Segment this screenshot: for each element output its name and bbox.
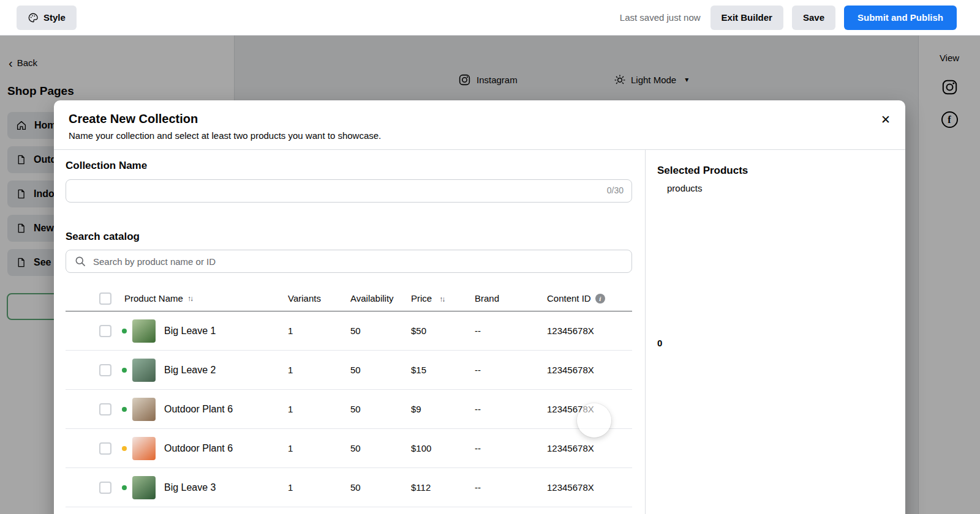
column-price-label: Price bbox=[411, 293, 432, 304]
top-toolbar: Style Last saved just now Exit Builder S… bbox=[0, 0, 980, 35]
column-variants: Variants bbox=[285, 293, 348, 304]
search-catalog-heading: Search catalog bbox=[66, 231, 632, 243]
column-content-id-label: Content ID bbox=[547, 293, 591, 304]
modal-header: Create New Collection Name your collecti… bbox=[54, 100, 905, 149]
save-button[interactable]: Save bbox=[792, 6, 835, 30]
product-image bbox=[132, 319, 156, 343]
product-name: Big Leave 2 bbox=[164, 365, 216, 376]
column-product-name: Product Name bbox=[124, 293, 183, 304]
cell-variants: 1 bbox=[285, 326, 348, 336]
info-icon[interactable]: i bbox=[595, 294, 605, 304]
row-checkbox[interactable] bbox=[99, 442, 111, 455]
cell-availability: 50 bbox=[348, 443, 411, 453]
table-row: Outdoor Plant 6 1 50 $100 -- 12345678X bbox=[66, 429, 632, 468]
product-name: Big Leave 3 bbox=[164, 482, 216, 493]
style-button[interactable]: Style bbox=[17, 6, 77, 30]
cell-price: $9 bbox=[411, 404, 473, 414]
submit-and-publish-button[interactable]: Submit and Publish bbox=[844, 6, 957, 30]
palette-icon bbox=[28, 12, 39, 23]
cell-variants: 1 bbox=[285, 482, 348, 493]
cell-content-id: 12345678X bbox=[545, 404, 632, 414]
selected-count: 0 bbox=[657, 338, 662, 348]
cell-brand: -- bbox=[473, 326, 545, 336]
search-icon bbox=[74, 255, 86, 267]
sort-icon[interactable]: ↑↓ bbox=[187, 294, 192, 303]
cell-content-id: 12345678X bbox=[545, 365, 632, 375]
create-collection-modal: Create New Collection Name your collecti… bbox=[54, 100, 905, 514]
product-image bbox=[132, 476, 156, 499]
style-button-label: Style bbox=[43, 12, 66, 23]
product-name: Big Leave 1 bbox=[164, 326, 216, 337]
product-image bbox=[132, 359, 156, 382]
product-image bbox=[132, 398, 156, 421]
table-row: Big Leave 3 1 50 $112 -- 12345678X bbox=[66, 468, 632, 507]
cell-price: $100 bbox=[411, 443, 473, 453]
column-content-id: Content ID i bbox=[545, 293, 632, 304]
cell-variants: 1 bbox=[285, 443, 348, 453]
catalog-pane: Collection Name 0/30 Search catalog bbox=[54, 150, 645, 514]
availability-dot bbox=[122, 485, 127, 490]
availability-dot bbox=[122, 446, 127, 451]
availability-dot bbox=[122, 407, 127, 412]
cell-price: $15 bbox=[411, 365, 473, 375]
cell-availability: 50 bbox=[348, 326, 411, 336]
row-checkbox[interactable] bbox=[99, 403, 111, 415]
last-saved-status: Last saved just now bbox=[620, 12, 701, 23]
modal-content: Collection Name 0/30 Search catalog bbox=[54, 149, 905, 514]
cell-content-id: 12345678X bbox=[545, 482, 632, 493]
availability-dot bbox=[122, 368, 127, 373]
table-row: Big Leave 1 1 50 $50 -- 12345678X bbox=[66, 311, 632, 351]
cell-variants: 1 bbox=[285, 404, 348, 414]
cell-price: $50 bbox=[411, 326, 473, 336]
availability-dot bbox=[122, 329, 127, 333]
table-row: Outdoor Plant 6 1 50 $9 -- 12345678X bbox=[66, 390, 632, 429]
product-image bbox=[132, 437, 156, 460]
row-checkbox[interactable] bbox=[99, 325, 111, 337]
selected-products-heading: Selected Products bbox=[657, 165, 894, 177]
sort-icon[interactable]: ↑↓ bbox=[439, 295, 444, 304]
column-brand: Brand bbox=[473, 293, 545, 304]
cell-brand: -- bbox=[473, 443, 545, 453]
collection-name-label: Collection Name bbox=[66, 160, 632, 172]
cell-availability: 50 bbox=[348, 482, 411, 493]
cell-content-id: 12345678X bbox=[545, 326, 632, 336]
app-body: ‹ Back Shop Pages Hom Outd Indo N bbox=[0, 35, 980, 514]
cell-availability: 50 bbox=[348, 404, 411, 414]
product-name: Outdoor Plant 6 bbox=[164, 404, 233, 415]
collection-name-input[interactable] bbox=[66, 179, 632, 203]
cell-brand: -- bbox=[473, 404, 545, 414]
search-input[interactable] bbox=[66, 250, 632, 273]
table-row: Big Leave 2 1 50 $15 -- 12345678X bbox=[66, 351, 632, 390]
selected-products-pane: Selected Products products 0 bbox=[645, 150, 905, 514]
select-all-checkbox[interactable] bbox=[99, 292, 111, 305]
column-price: Price ↑↓ bbox=[411, 293, 473, 304]
cell-brand: -- bbox=[473, 365, 545, 375]
modal-title: Create New Collection bbox=[69, 112, 891, 126]
cell-content-id: 12345678X bbox=[545, 443, 632, 453]
char-counter: 0/30 bbox=[607, 185, 624, 195]
cell-brand: -- bbox=[473, 482, 545, 493]
close-icon[interactable]: ✕ bbox=[881, 114, 891, 125]
table-header: Product Name ↑↓ Variants Availability Pr… bbox=[66, 286, 632, 311]
column-availability: Availability bbox=[348, 293, 411, 304]
cell-price: $112 bbox=[411, 482, 473, 493]
cell-availability: 50 bbox=[348, 365, 411, 375]
modal-subtitle: Name your collection and select at least… bbox=[69, 130, 891, 141]
exit-builder-button[interactable]: Exit Builder bbox=[710, 6, 783, 30]
row-checkbox[interactable] bbox=[99, 364, 111, 376]
row-checkbox[interactable] bbox=[99, 482, 111, 494]
product-name: Outdoor Plant 6 bbox=[164, 443, 233, 454]
selected-products-sublabel: products bbox=[667, 183, 894, 193]
cell-variants: 1 bbox=[285, 365, 348, 375]
